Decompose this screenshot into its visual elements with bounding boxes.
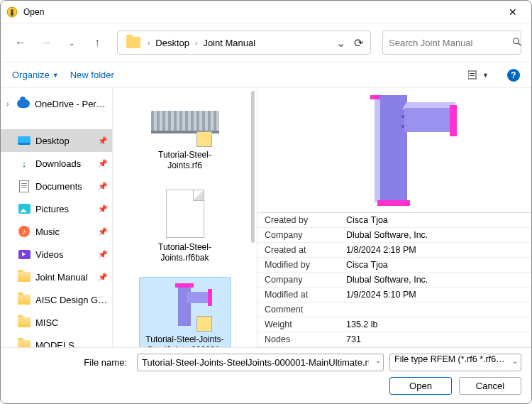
tree-item-desktop[interactable]: Desktop 📌 xyxy=(1,129,112,152)
meta-value xyxy=(339,302,531,317)
chevron-right-icon[interactable]: › xyxy=(192,39,200,47)
refresh-icon[interactable]: ⟳ xyxy=(354,36,363,50)
file-name: Tutorial-Steel-Joints-SteelJoints-000001… xyxy=(143,334,228,347)
meta-value: 1/9/2024 5:10 PM xyxy=(339,288,531,302)
tree-item-jointmanual[interactable]: Joint Manual 📌 xyxy=(1,266,112,288)
folder-icon xyxy=(18,317,31,327)
folder-icon xyxy=(18,295,31,305)
svg-point-1 xyxy=(11,9,13,12)
nav-recent-button[interactable]: ⌄ xyxy=(62,33,82,53)
model-preview-icon xyxy=(331,94,458,207)
chevron-right-icon[interactable]: › xyxy=(4,100,12,108)
help-button[interactable]: ? xyxy=(507,69,520,82)
new-folder-button[interactable]: New folder xyxy=(70,70,114,80)
pin-icon: 📌 xyxy=(98,250,108,259)
svg-line-4 xyxy=(519,43,521,45)
tree-item-models[interactable]: MODELS xyxy=(1,334,112,347)
folder-icon xyxy=(126,37,140,48)
desktop-icon xyxy=(18,136,31,145)
nav-tree: › OneDrive - Person Desktop 📌 ↓ Download… xyxy=(1,88,113,347)
breadcrumb-seg-jointmanual[interactable]: Joint Manual xyxy=(200,38,258,48)
tree-label: OneDrive - Person xyxy=(35,99,108,109)
meta-value: 1/8/2024 2:18 PM xyxy=(339,243,531,257)
file-item[interactable]: Tutorial-Steel-Joints.rf6 xyxy=(139,92,231,175)
pin-icon: 📌 xyxy=(98,204,108,214)
file-name: Tutorial-Steel-Joints.rf6bak xyxy=(143,242,228,263)
svg-point-3 xyxy=(514,38,519,43)
svg-rect-6 xyxy=(470,73,475,74)
meta-key: Modified by xyxy=(257,258,339,272)
meta-key: Comment xyxy=(257,302,339,317)
tree-item-downloads[interactable]: ↓ Downloads 📌 xyxy=(1,152,112,175)
help-icon: ? xyxy=(507,69,520,82)
tree-item-aisc[interactable]: AISC Design Guid xyxy=(1,288,112,311)
dropdown-icon[interactable]: ⌄ xyxy=(375,356,381,364)
file-list: Tutorial-Steel-Joints.rf6 Tutorial-Steel… xyxy=(113,88,257,347)
tree-item-videos[interactable]: Videos 📌 xyxy=(1,243,112,266)
tree-label: Videos xyxy=(35,249,93,260)
main-area: › OneDrive - Person Desktop 📌 ↓ Download… xyxy=(1,87,531,347)
tree-label: Pictures xyxy=(35,204,93,214)
nav-up-button[interactable]: ↑ xyxy=(87,33,107,53)
breadcrumb-dropdown-icon[interactable]: ⌄ xyxy=(336,36,345,50)
tree-label: Documents xyxy=(35,181,93,192)
pin-icon: 📌 xyxy=(98,136,108,146)
meta-key: Company xyxy=(257,273,339,287)
organize-menu[interactable]: Organize▼ xyxy=(12,70,59,80)
pin-icon: 📌 xyxy=(98,159,108,168)
filetype-select[interactable]: File type RFEM (*.rf6 *.rf6bak *.rx) xyxy=(389,354,521,371)
videos-icon xyxy=(18,250,31,259)
tree-label: Joint Manual xyxy=(35,272,93,283)
close-button[interactable]: ✕ xyxy=(500,6,526,18)
toolbar: Organize▼ New folder ▼ ? xyxy=(1,62,531,87)
breadcrumb-seg-desktop[interactable]: Desktop xyxy=(153,38,192,48)
tree-label: MODELS xyxy=(35,340,108,348)
tree-item-documents[interactable]: Documents 📌 xyxy=(1,175,112,197)
filename-input[interactable] xyxy=(137,354,384,371)
file-item[interactable]: Tutorial-Steel-Joints.rf6bak xyxy=(139,185,231,267)
meta-key: Created by xyxy=(257,213,339,227)
file-item-selected[interactable]: Tutorial-Steel-Joints-SteelJoints-000001… xyxy=(139,277,231,347)
meta-value: 731 xyxy=(339,332,531,346)
file-badge-icon xyxy=(196,131,212,147)
download-icon: ↓ xyxy=(18,157,31,170)
svg-rect-5 xyxy=(468,71,476,79)
model-thumb-icon xyxy=(151,111,219,132)
tree-item-onedrive[interactable]: › OneDrive - Person xyxy=(1,92,112,115)
music-icon: ♪ xyxy=(18,226,30,237)
pictures-icon xyxy=(18,204,31,214)
meta-key: Nodes xyxy=(257,332,339,346)
search-input[interactable] xyxy=(389,38,508,48)
tree-item-misc[interactable]: MISC xyxy=(1,311,112,334)
nav-forward-button[interactable]: → xyxy=(36,33,56,53)
meta-value: Cisca Tjoa xyxy=(339,258,531,272)
filename-label: File name: xyxy=(11,357,131,368)
caret-down-icon: ▼ xyxy=(52,72,59,79)
cancel-button[interactable]: Cancel xyxy=(459,377,521,395)
meta-key: Modified at xyxy=(257,288,339,302)
meta-key: Company xyxy=(257,228,339,242)
cloud-icon xyxy=(17,99,30,108)
dropdown-icon[interactable]: ⌄ xyxy=(512,357,518,365)
tree-label: MISC xyxy=(35,317,108,328)
meta-value: Dlubal Software, Inc. xyxy=(339,228,531,242)
file-badge-icon xyxy=(196,316,212,332)
app-icon xyxy=(6,6,18,18)
tree-item-pictures[interactable]: Pictures 📌 xyxy=(1,197,112,220)
meta-value: Cisca Tjoa xyxy=(339,213,531,227)
breadcrumb[interactable]: › Desktop › Joint Manual ⌄ ⟳ xyxy=(117,31,371,55)
view-mode-button[interactable]: ▼ xyxy=(468,70,489,80)
scrollbar[interactable] xyxy=(250,91,256,344)
tree-label: Desktop xyxy=(35,136,93,146)
chevron-right-icon[interactable]: › xyxy=(145,39,153,47)
svg-rect-2 xyxy=(11,12,13,16)
blank-document-icon xyxy=(166,190,204,238)
document-icon xyxy=(19,180,29,192)
open-button[interactable]: Open xyxy=(389,377,452,395)
file-name: Tutorial-Steel-Joints.rf6 xyxy=(143,150,228,171)
search-icon[interactable] xyxy=(512,37,522,49)
nav-back-button[interactable]: ← xyxy=(11,33,31,53)
pin-icon: 📌 xyxy=(98,182,108,191)
search-box[interactable] xyxy=(382,31,521,55)
tree-item-music[interactable]: ♪ Music 📌 xyxy=(1,220,112,243)
